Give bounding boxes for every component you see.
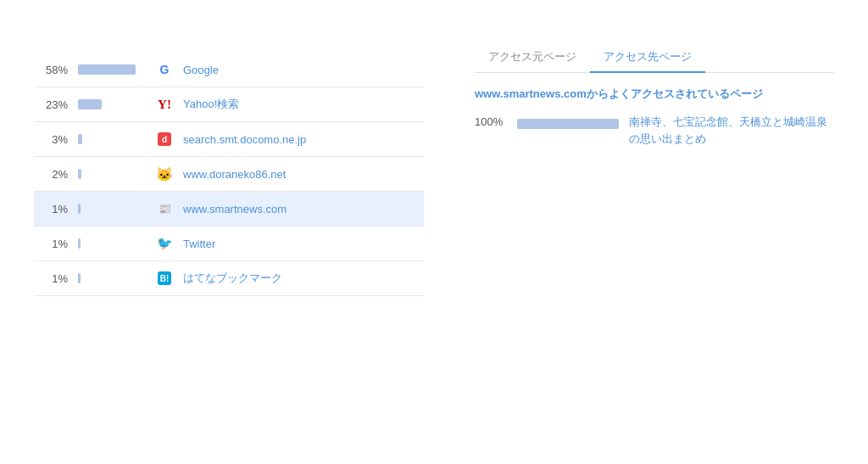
bar [78,99,102,109]
source-pct: 1% [41,203,68,215]
bar-container [78,134,146,144]
right-panel: アクセス元ページアクセス先ページ www.smartnews.comからよくアク… [475,42,834,296]
source-row[interactable]: 1%📰www.smartnews.com [34,192,424,226]
bar [78,64,136,75]
dest-bar-container [517,114,619,129]
bar-container [78,238,146,249]
source-name[interactable]: Google [183,64,219,76]
dest-desc: からよくアクセスされているページ [587,87,763,100]
bar-container [78,99,146,109]
tab-inactive[interactable]: アクセス元ページ [475,42,590,73]
dest-pct: 100% [475,114,507,128]
left-panel: 58%GGoogle23%Y!Yahoo!検索3%dsearch.smt.doc… [34,42,424,296]
source-name[interactable]: Twitter [183,238,215,250]
source-row[interactable]: 1%🐦Twitter [34,226,424,261]
bar [78,169,81,179]
source-row[interactable]: 2%🐱www.doraneko86.net [34,157,424,192]
right-description: www.smartnews.comからよくアクセスされているページ [475,87,834,102]
source-pct: 2% [41,168,68,181]
doraneko-icon: 🐱 [156,165,173,182]
bar-container [78,273,146,283]
docomo-icon: d [156,131,173,148]
source-name[interactable]: www.doraneko86.net [183,168,286,181]
source-name[interactable]: www.smartnews.com [183,203,287,215]
tabs-container: アクセス元ページアクセス先ページ [475,42,834,73]
source-row[interactable]: 3%dsearch.smt.docomo.ne.jp [34,122,424,157]
bar [78,238,81,249]
source-name[interactable]: search.smt.docomo.ne.jp [183,133,306,146]
dest-site: www.smartnews.com [475,87,587,100]
dest-rows-container: 100%南禅寺、七宝記念館、天橋立と城崎温泉の思い出まとめ [475,114,834,147]
twitter-icon: 🐦 [156,235,173,252]
dest-text[interactable]: 南禅寺、七宝記念館、天橋立と城崎温泉の思い出まとめ [629,114,834,147]
bar-container [78,64,146,75]
smartnews-icon: 📰 [156,200,173,217]
source-pct: 1% [41,238,68,250]
bar-container [78,204,146,214]
source-table: 58%GGoogle23%Y!Yahoo!検索3%dsearch.smt.doc… [34,53,424,296]
dest-row: 100%南禅寺、七宝記念館、天橋立と城崎温泉の思い出まとめ [475,114,834,147]
source-pct: 23% [41,98,68,111]
source-pct: 3% [41,133,68,146]
google-icon: G [156,61,173,78]
source-row[interactable]: 1%B!はてなブックマーク [34,261,424,296]
bar [78,204,81,214]
source-row[interactable]: 23%Y!Yahoo!検索 [34,87,424,122]
yahoo-icon: Y! [156,96,173,113]
dest-bar [517,119,619,129]
source-pct: 1% [41,272,68,285]
source-row[interactable]: 58%GGoogle [34,53,424,87]
source-pct: 58% [41,64,68,76]
bar [78,273,81,283]
bar-container [78,169,146,179]
tab-active[interactable]: アクセス先ページ [590,42,705,73]
bar [78,134,82,144]
source-name[interactable]: はてなブックマーク [183,271,282,286]
hatena-icon: B! [156,270,173,287]
source-name[interactable]: Yahoo!検索 [183,97,239,112]
